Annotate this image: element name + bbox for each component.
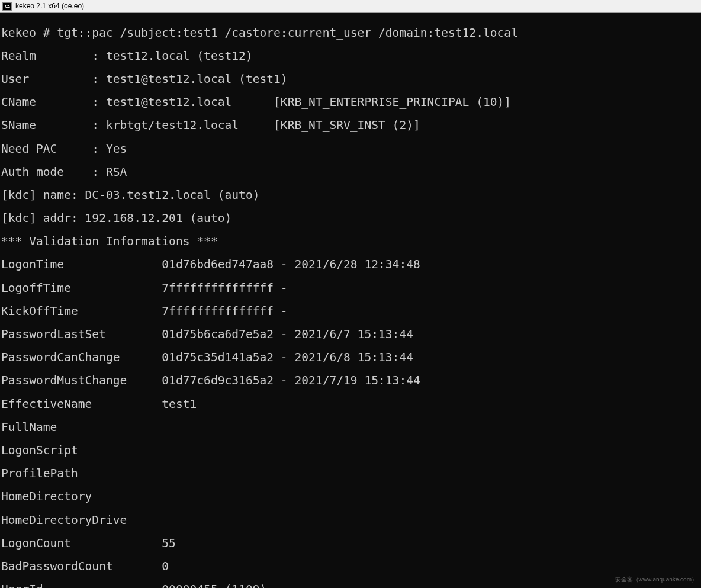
terminal-line: LogonCount 55 bbox=[1, 538, 701, 550]
terminal-line: KickOffTime 7fffffffffffffff - bbox=[1, 306, 701, 317]
window-title: kekeo 2.1 x64 (oe.eo) bbox=[15, 1, 84, 12]
terminal-line: SName : krbtgt/test12.local [KRB_NT_SRV_… bbox=[1, 120, 701, 131]
terminal-line: LogoffTime 7fffffffffffffff - bbox=[1, 282, 701, 294]
terminal-line: [kdc] name: DC-03.test12.local (auto) bbox=[1, 189, 701, 201]
terminal-line: Auth mode : RSA bbox=[1, 166, 701, 178]
terminal-line: Need PAC : Yes bbox=[1, 143, 701, 155]
terminal-line: PasswordLastSet 01d75b6ca6d7e5a2 - 2021/… bbox=[1, 329, 701, 340]
terminal-line: LogonTime 01d76bd6ed747aa8 - 2021/6/28 1… bbox=[1, 259, 701, 271]
terminal-line: Realm : test12.local (test12) bbox=[1, 50, 701, 62]
terminal-line: EffectiveName test1 bbox=[1, 399, 701, 410]
cmd-icon: C:\ bbox=[2, 2, 12, 11]
terminal-line: kekeo # tgt::pac /subject:test1 /castore… bbox=[1, 27, 701, 39]
terminal-line: LogonScript bbox=[1, 445, 701, 457]
terminal-line: *** Validation Informations *** bbox=[1, 236, 701, 248]
terminal-line: [kdc] addr: 192.168.12.201 (auto) bbox=[1, 213, 701, 224]
terminal-line: ProfilePath bbox=[1, 468, 701, 480]
watermark: 安全客（www.anquanke.com） bbox=[615, 574, 698, 586]
terminal-line: HomeDirectoryDrive bbox=[1, 515, 701, 526]
terminal-line: HomeDirectory bbox=[1, 491, 701, 503]
terminal-line: PasswordCanChange 01d75c35d141a5a2 - 202… bbox=[1, 352, 701, 364]
terminal-output[interactable]: kekeo # tgt::pac /subject:test1 /castore… bbox=[0, 13, 701, 588]
terminal-line: UserId 00000455 (1109) bbox=[1, 584, 701, 588]
terminal-line: BadPasswordCount 0 bbox=[1, 561, 701, 573]
terminal-line: User : test1@test12.local (test1) bbox=[1, 73, 701, 85]
terminal-line: CName : test1@test12.local [KRB_NT_ENTER… bbox=[1, 97, 701, 108]
terminal-line: PasswordMustChange 01d77c6d9c3165a2 - 20… bbox=[1, 375, 701, 387]
window-titlebar[interactable]: C:\ kekeo 2.1 x64 (oe.eo) bbox=[0, 0, 701, 13]
terminal-line: FullName bbox=[1, 422, 701, 433]
